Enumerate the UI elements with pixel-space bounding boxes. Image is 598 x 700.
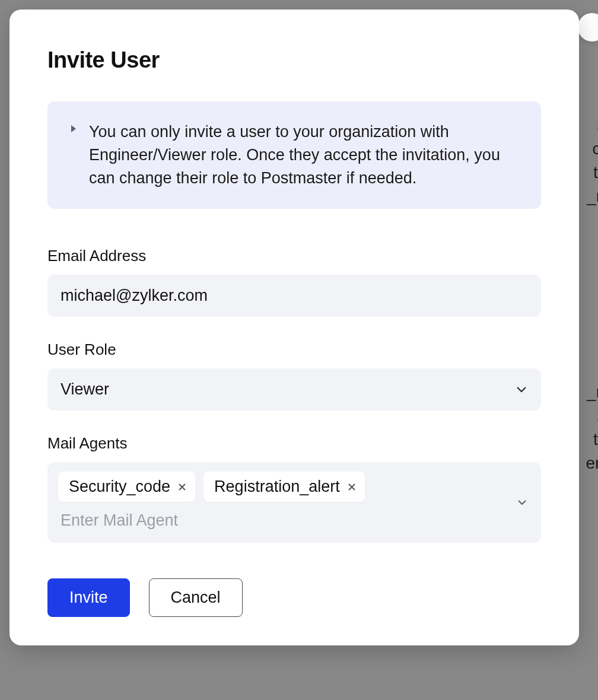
bg-text: tifi: [593, 160, 598, 185]
close-dialog-button[interactable]: [578, 13, 598, 42]
dialog-actions: Invite Cancel: [47, 578, 541, 617]
agents-tags-input[interactable]: Security_code Registration_alert: [47, 462, 541, 543]
role-label: User Role: [47, 341, 541, 359]
agent-tag: Security_code: [58, 472, 195, 502]
agent-tag-label: Security_code: [69, 478, 170, 496]
chevron-down-icon[interactable]: [517, 499, 527, 505]
agents-text-field[interactable]: [58, 504, 511, 533]
info-banner: You can only invite a user to your organ…: [47, 101, 541, 209]
role-select[interactable]: Viewer: [47, 368, 541, 411]
remove-tag-icon[interactable]: [347, 482, 357, 492]
cancel-button[interactable]: Cancel: [149, 578, 243, 617]
agents-group: Mail Agents Security_code Registration_a…: [47, 434, 541, 543]
agent-tag-label: Registration_alert: [214, 478, 340, 496]
agents-label: Mail Agents: [47, 434, 541, 453]
bg-text: ert,: [586, 451, 598, 476]
info-banner-text: You can only invite a user to your organ…: [89, 120, 520, 190]
dialog-title: Invite User: [47, 47, 541, 73]
email-group: Email Address: [47, 247, 541, 317]
bg-text: cu: [592, 136, 598, 161]
bg-text: _m: [587, 380, 598, 405]
remove-tag-icon[interactable]: [177, 482, 187, 492]
bg-text: tifi: [593, 427, 598, 452]
email-field[interactable]: [47, 275, 541, 317]
agent-tag: Registration_alert: [203, 472, 365, 502]
bg-text: _m: [587, 184, 598, 209]
arrow-right-icon: [69, 124, 78, 190]
role-group: User Role Viewer: [47, 341, 541, 411]
role-selected-value: Viewer: [61, 380, 109, 399]
invite-user-dialog: Invite User You can only invite a user t…: [9, 9, 579, 645]
email-label: Email Address: [47, 247, 541, 265]
invite-button[interactable]: Invite: [47, 578, 130, 617]
